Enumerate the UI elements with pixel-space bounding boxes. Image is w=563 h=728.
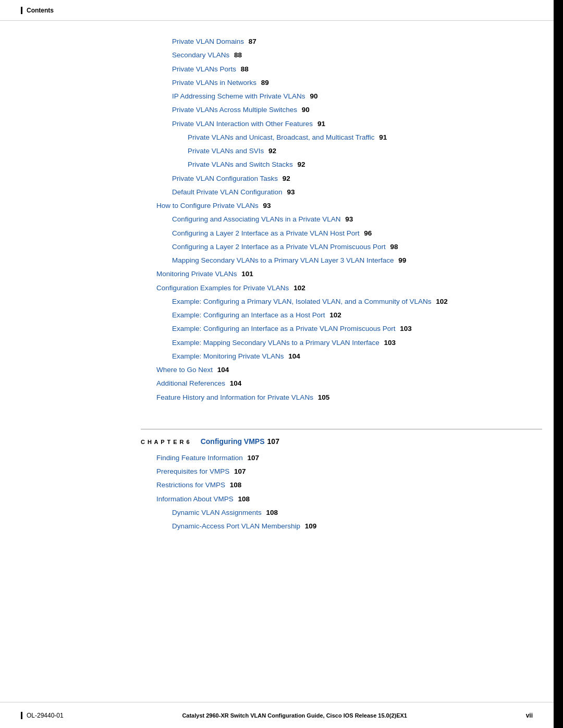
chapter-title-number: 107: [267, 437, 279, 446]
chapter-number-5: 109: [303, 521, 316, 532]
toc-link-14[interactable]: Configuring a Layer 2 Interface as a Pri…: [172, 228, 359, 239]
toc-number-11: 93: [285, 187, 295, 198]
toc-number-17: 101: [240, 269, 253, 279]
chapter-link-5[interactable]: Dynamic-Access Port VLAN Membership: [172, 521, 300, 532]
toc-number-16: 99: [396, 255, 406, 266]
chapter-number-0: 107: [246, 453, 259, 463]
toc-entry: Monitoring Private VLANs 101: [156, 269, 542, 279]
toc-entry: Example: Configuring an Interface as a P…: [172, 324, 542, 334]
toc-link-16[interactable]: Mapping Secondary VLANs to a Primary VLA…: [172, 255, 394, 266]
chapter-title-link[interactable]: Configuring VMPS: [201, 437, 265, 446]
chapter-entries-list: Finding Feature Information 107Prerequis…: [141, 453, 542, 532]
toc-link-10[interactable]: Private VLAN Configuration Tasks: [172, 174, 278, 184]
toc-link-23[interactable]: Example: Monitoring Private VLANs: [172, 351, 284, 362]
chapter-link-2[interactable]: Restrictions for VMPS: [156, 480, 225, 490]
toc-entry: Example: Monitoring Private VLANs 104: [172, 351, 542, 362]
toc-number-0: 87: [247, 36, 256, 47]
toc-entry: Private VLANs in Networks 89: [172, 78, 542, 88]
toc-link-18[interactable]: Configuration Examples for Private VLANs: [156, 283, 289, 293]
toc-link-13[interactable]: Configuring and Associating VLANs in a P…: [172, 214, 340, 225]
page-container: Contents Private VLAN Domains 87Secondar…: [0, 0, 563, 728]
toc-entry: Mapping Secondary VLANs to a Primary VLA…: [172, 255, 542, 266]
chapter-number-4: 108: [264, 508, 278, 518]
chapter-label: C H A P T E R 6: [141, 439, 190, 445]
main-content: Private VLAN Domains 87Secondary VLANs 8…: [0, 21, 563, 576]
toc-number-10: 92: [280, 174, 290, 184]
toc-number-20: 102: [327, 310, 341, 320]
toc-entry: Private VLANs Ports 88: [172, 64, 542, 75]
toc-link-26[interactable]: Feature History and Information for Priv…: [156, 392, 313, 403]
toc-number-18: 102: [291, 283, 305, 293]
chapter-link-3[interactable]: Information About VMPS: [156, 494, 234, 504]
toc-number-14: 96: [362, 228, 372, 239]
toc-link-21[interactable]: Example: Configuring an Interface as a P…: [172, 324, 395, 334]
toc-link-19[interactable]: Example: Configuring a Primary VLAN, Iso…: [172, 297, 431, 307]
toc-link-9[interactable]: Private VLANs and Switch Stacks: [188, 159, 293, 170]
toc-entry: Configuring a Layer 2 Interface as a Pri…: [172, 242, 542, 252]
toc-link-20[interactable]: Example: Configuring an Interface as a H…: [172, 310, 325, 320]
toc-number-7: 91: [377, 132, 387, 143]
toc-link-7[interactable]: Private VLANs and Unicast, Broadcast, an…: [188, 132, 374, 143]
toc-entry: IP Addressing Scheme with Private VLANs …: [172, 91, 542, 102]
toc-link-8[interactable]: Private VLANs and SVIs: [188, 146, 264, 156]
chapter-entry: Finding Feature Information 107: [156, 453, 542, 463]
toc-entry: Private VLAN Interaction with Other Feat…: [172, 119, 542, 129]
toc-entry: Private VLANs and SVIs 92: [188, 146, 542, 156]
toc-number-25: 104: [228, 378, 241, 389]
toc-link-12[interactable]: How to Configure Private VLANs: [156, 201, 259, 211]
toc-link-15[interactable]: Configuring a Layer 2 Interface as a Pri…: [172, 242, 386, 252]
toc-entry: Feature History and Information for Priv…: [156, 392, 542, 403]
toc-number-8: 92: [266, 146, 276, 156]
toc-link-25[interactable]: Additional References: [156, 378, 225, 389]
toc-entry: Private VLANs and Switch Stacks 92: [188, 159, 542, 170]
chapter-number-3: 108: [236, 494, 250, 504]
toc-link-0[interactable]: Private VLAN Domains: [172, 36, 244, 47]
toc-number-9: 92: [296, 159, 305, 170]
toc-entry: Default Private VLAN Configuration 93: [172, 187, 542, 198]
chapter-link-0[interactable]: Finding Feature Information: [156, 453, 243, 463]
toc-entry: Configuring and Associating VLANs in a P…: [172, 214, 542, 225]
toc-link-22[interactable]: Example: Mapping Secondary VLANs to a Pr…: [172, 338, 380, 348]
toc-link-2[interactable]: Private VLANs Ports: [172, 64, 236, 75]
toc-link-24[interactable]: Where to Go Next: [156, 365, 213, 375]
toc-number-19: 102: [434, 297, 447, 307]
toc-link-5[interactable]: Private VLANs Across Multiple Switches: [172, 105, 297, 115]
page-header: Contents: [0, 0, 563, 21]
chapter-entry: Dynamic VLAN Assignments 108: [172, 508, 542, 518]
chapter-entry: Prerequisites for VMPS 107: [156, 466, 542, 477]
toc-number-2: 88: [239, 64, 249, 75]
toc-number-23: 104: [287, 351, 300, 362]
toc-link-17[interactable]: Monitoring Private VLANs: [156, 269, 237, 279]
toc-number-12: 93: [261, 201, 271, 211]
chapter-link-1[interactable]: Prerequisites for VMPS: [156, 466, 229, 477]
toc-link-6[interactable]: Private VLAN Interaction with Other Feat…: [172, 119, 313, 129]
footer-left-label: OL-29440-01: [21, 712, 64, 719]
toc-entry: Private VLAN Domains 87: [172, 36, 542, 47]
toc-number-21: 103: [398, 324, 411, 334]
toc-entry: Configuration Examples for Private VLANs…: [156, 283, 542, 293]
toc-entry: Example: Configuring an Interface as a H…: [172, 310, 542, 320]
toc-entry: Private VLANs Across Multiple Switches 9…: [172, 105, 542, 115]
contents-label: Contents: [21, 7, 54, 14]
page-footer: OL-29440-01 Catalyst 2960-XR Switch VLAN…: [0, 702, 554, 728]
toc-entry: How to Configure Private VLANs 93: [156, 201, 542, 211]
chapter-entry: Information About VMPS 108: [156, 494, 542, 504]
chapter-header: C H A P T E R 6 Configuring VMPS 107: [141, 437, 542, 446]
toc-link-4[interactable]: IP Addressing Scheme with Private VLANs: [172, 91, 305, 102]
chapter-section: C H A P T E R 6 Configuring VMPS 107 Fin…: [141, 429, 542, 532]
toc-number-5: 90: [300, 105, 310, 115]
footer-center-text: Catalyst 2960-XR Switch VLAN Configurati…: [182, 712, 407, 719]
toc-number-22: 103: [382, 338, 396, 348]
toc-link-3[interactable]: Private VLANs in Networks: [172, 78, 256, 88]
chapter-number-2: 108: [228, 480, 241, 490]
toc-list: Private VLAN Domains 87Secondary VLANs 8…: [141, 36, 542, 403]
toc-number-6: 91: [315, 119, 325, 129]
toc-entry: Example: Configuring a Primary VLAN, Iso…: [172, 297, 542, 307]
toc-number-15: 98: [388, 242, 398, 252]
toc-link-1[interactable]: Secondary VLANs: [172, 50, 229, 60]
toc-link-11[interactable]: Default Private VLAN Configuration: [172, 187, 283, 198]
toc-number-13: 93: [343, 214, 353, 225]
chapter-entry: Dynamic-Access Port VLAN Membership 109: [172, 521, 542, 532]
chapter-entry: Restrictions for VMPS 108: [156, 480, 542, 490]
chapter-link-4[interactable]: Dynamic VLAN Assignments: [172, 508, 262, 518]
